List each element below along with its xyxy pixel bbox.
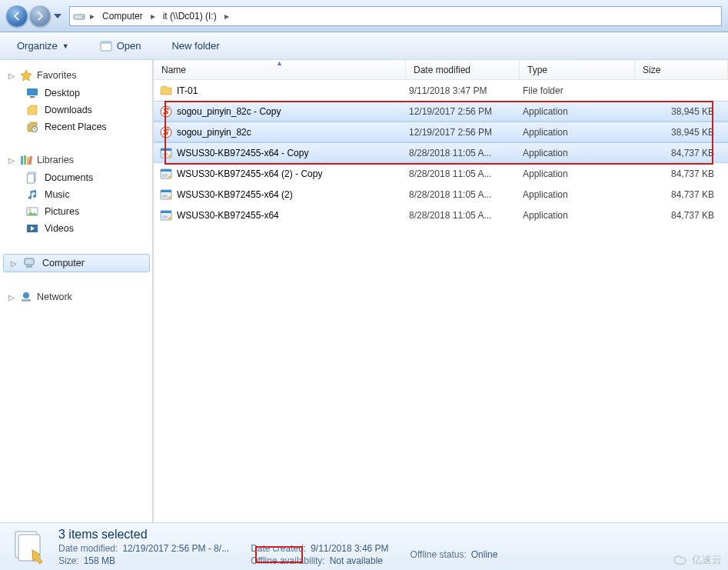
column-size[interactable]: Size <box>635 60 728 79</box>
installer-icon <box>160 168 172 180</box>
column-name[interactable]: Name ▲ <box>154 60 406 79</box>
date-modified-key: Date modified: <box>58 543 118 554</box>
selection-thumbnail <box>11 528 48 565</box>
libraries-header[interactable]: ▷ Libraries <box>0 152 153 169</box>
sidebar-item-network[interactable]: ▷ Network <box>0 289 153 306</box>
svg-rect-5 <box>30 96 35 98</box>
libraries-group: ▷ Libraries Documents Music Pictures Vid… <box>0 152 153 237</box>
music-icon <box>26 188 38 201</box>
collapse-icon: ▷ <box>10 259 18 268</box>
favorites-group: ▷ Favorites Desktop Downloads Recent Pla… <box>0 68 153 135</box>
offline-status-key: Offline status: <box>411 549 467 560</box>
svg-rect-7 <box>21 156 23 165</box>
file-name: WSUS30-KB972455-x64 (2) <box>177 189 293 200</box>
table-row[interactable]: WSUS30-KB972455-x64 (2) - Copy8/28/2018 … <box>154 163 728 184</box>
file-name: WSUS30-KB972455-x64 <box>177 210 279 221</box>
svg-point-33 <box>168 196 171 199</box>
sidebar-item-videos[interactable]: Videos <box>0 220 153 237</box>
documents-icon <box>26 172 38 184</box>
open-label: Open <box>117 40 141 52</box>
column-label: Date modified <box>414 65 470 75</box>
breadcrumb-drive[interactable]: it (\\Dc01) (I:) <box>160 9 220 23</box>
sidebar-item-documents[interactable]: Documents <box>0 169 153 186</box>
computer-group: ▷ Computer <box>0 254 153 272</box>
sidebar-item-label: Downloads <box>45 105 92 115</box>
table-row[interactable]: sogou_pinyin_82c12/19/2017 2:56 PMApplic… <box>154 122 728 142</box>
svg-point-29 <box>168 175 171 178</box>
organize-menu[interactable]: Organize ▼ <box>12 37 74 55</box>
column-label: Type <box>527 65 547 75</box>
libraries-icon <box>20 154 32 166</box>
date-modified-val: 12/19/2017 2:56 PM - 8/... <box>122 543 229 554</box>
table-row[interactable]: WSUS30-KB972455-x64 (2)8/28/2018 11:05 A… <box>154 184 728 205</box>
svg-rect-32 <box>162 195 168 198</box>
svg-rect-36 <box>162 215 168 218</box>
file-name: sogou_pinyin_82c - Copy <box>177 106 281 117</box>
desktop-icon <box>26 87 38 99</box>
file-date: 8/28/2018 11:05 A... <box>401 210 515 221</box>
file-date: 8/28/2018 11:05 A... <box>401 148 515 158</box>
history-dropdown[interactable] <box>52 8 63 24</box>
svg-point-37 <box>168 217 171 220</box>
sidebar-item-label: Pictures <box>45 206 79 217</box>
recent-icon <box>26 121 38 133</box>
column-date[interactable]: Date modified <box>406 60 520 79</box>
pictures-icon <box>26 205 38 218</box>
forward-button[interactable] <box>29 5 51 27</box>
navigation-pane: ▷ Favorites Desktop Downloads Recent Pla… <box>0 60 154 522</box>
sidebar-item-music[interactable]: Music <box>0 186 153 203</box>
column-label: Size <box>643 65 660 75</box>
breadcrumb-chevron[interactable]: ▸ <box>149 11 157 22</box>
breadcrumb-chevron[interactable]: ▸ <box>223 11 231 22</box>
favorites-header[interactable]: ▷ Favorites <box>0 68 153 85</box>
organize-label: Organize <box>17 40 58 52</box>
svg-rect-28 <box>162 174 168 177</box>
file-name: sogou_pinyin_82c <box>177 127 251 138</box>
svg-rect-17 <box>26 265 32 268</box>
file-type: Application <box>515 148 630 158</box>
sidebar-item-label: Documents <box>45 172 93 183</box>
size-val: 158 MB <box>84 555 115 566</box>
watermark: 亿速云 <box>673 553 722 567</box>
file-list-pane: Name ▲ Date modified Type Size IT-019/11… <box>154 60 728 522</box>
svg-rect-4 <box>27 88 38 95</box>
file-size: 84,737 KB <box>630 168 725 179</box>
file-date: 8/28/2018 11:05 A... <box>401 189 515 200</box>
sidebar-item-recent[interactable]: Recent Places <box>0 118 153 135</box>
chevron-down-icon: ▼ <box>62 42 69 50</box>
new-folder-button[interactable]: New folder <box>167 37 224 55</box>
sidebar-item-pictures[interactable]: Pictures <box>0 203 153 220</box>
sidebar-item-label: Videos <box>45 223 74 234</box>
table-row[interactable]: sogou_pinyin_82c - Copy12/19/2017 2:56 P… <box>154 101 728 122</box>
videos-icon <box>26 222 38 235</box>
svg-rect-27 <box>161 169 171 172</box>
sidebar-item-downloads[interactable]: Downloads <box>0 102 153 118</box>
table-row[interactable]: IT-019/11/2018 3:47 PMFile folder <box>154 80 728 101</box>
table-row[interactable]: WSUS30-KB972455-x64 - Copy8/28/2018 11:0… <box>154 142 728 163</box>
open-button[interactable]: Open <box>95 37 146 55</box>
svg-rect-8 <box>24 155 26 165</box>
size-key: Size: <box>58 555 79 566</box>
address-bar[interactable]: ▸ Computer ▸ it (\\Dc01) (I:) ▸ <box>69 6 722 26</box>
details-pane: 3 items selected Date modified:12/19/201… <box>0 522 728 570</box>
column-headers: Name ▲ Date modified Type Size <box>154 60 728 80</box>
sort-asc-icon: ▲ <box>276 59 283 67</box>
svg-rect-16 <box>25 258 34 265</box>
sidebar-item-label: Computer <box>42 258 85 268</box>
collapse-icon: ▷ <box>8 156 15 165</box>
collapse-icon: ▷ <box>8 72 15 80</box>
breadcrumb-computer[interactable]: Computer <box>99 9 146 23</box>
back-button[interactable] <box>6 5 28 27</box>
column-type[interactable]: Type <box>520 60 635 79</box>
installer-icon <box>160 147 172 159</box>
date-created-val: 9/11/2018 3:46 PM <box>311 543 388 554</box>
file-date: 12/19/2017 2:56 PM <box>401 127 515 138</box>
sogou-icon <box>160 126 172 138</box>
sidebar-item-computer[interactable]: ▷ Computer <box>3 254 150 272</box>
breadcrumb-chevron[interactable]: ▸ <box>88 11 96 22</box>
sidebar-item-desktop[interactable]: Desktop <box>0 85 153 102</box>
file-size: 38,945 KB <box>630 127 725 138</box>
installer-icon <box>160 209 172 222</box>
table-row[interactable]: WSUS30-KB972455-x648/28/2018 11:05 A...A… <box>154 205 728 225</box>
svg-rect-24 <box>162 153 168 156</box>
